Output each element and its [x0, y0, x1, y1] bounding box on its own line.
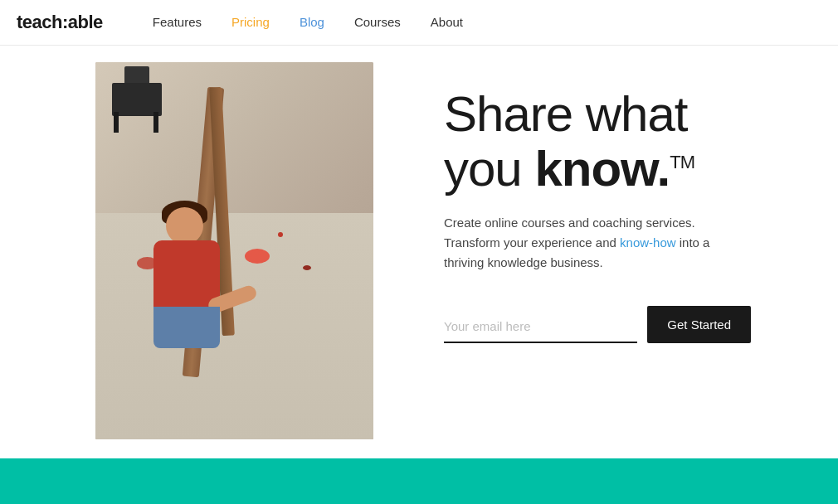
- art-supplies: [112, 224, 357, 390]
- text-section: Share what you know.TM Create online cou…: [419, 46, 838, 504]
- nav-item-blog[interactable]: Blog: [300, 15, 324, 30]
- get-started-button[interactable]: Get Started: [647, 306, 751, 343]
- nav-link-features[interactable]: Features: [153, 15, 202, 29]
- artist-figure: [137, 166, 270, 348]
- chair-decoration: [104, 66, 187, 133]
- logo[interactable]: teach:able: [17, 12, 103, 33]
- nav-link-pricing[interactable]: Pricing: [231, 15, 270, 29]
- email-form: Get Started: [444, 306, 751, 343]
- image-section: [0, 46, 419, 504]
- hero-title-tm: TM: [670, 152, 694, 172]
- main-content: Share what you know.TM Create online cou…: [0, 46, 838, 504]
- navbar: teach:able Features Pricing Blog Courses…: [0, 0, 838, 46]
- nav-links: Features Pricing Blog Courses About: [153, 15, 463, 30]
- nav-link-about[interactable]: About: [431, 15, 463, 29]
- email-input[interactable]: [444, 311, 637, 343]
- nav-link-courses[interactable]: Courses: [354, 15, 401, 29]
- hero-subtitle: Create online courses and coaching servi…: [444, 213, 726, 273]
- hero-title-know: know.: [534, 141, 670, 196]
- hero-title-line1: Share what: [444, 86, 688, 142]
- highlight-knowhow: know-how: [620, 235, 676, 250]
- nav-link-blog[interactable]: Blog: [300, 15, 324, 29]
- nav-item-pricing[interactable]: Pricing: [231, 15, 270, 30]
- hero-title-line2-prefix: you: [444, 141, 534, 196]
- email-input-wrapper: [444, 311, 637, 343]
- nav-item-about[interactable]: About: [431, 15, 463, 30]
- nav-item-features[interactable]: Features: [153, 15, 202, 30]
- hero-image: [95, 62, 373, 439]
- nav-item-courses[interactable]: Courses: [354, 15, 401, 30]
- teal-footer-bar: [0, 458, 838, 504]
- hero-title: Share what you know.TM: [444, 87, 788, 196]
